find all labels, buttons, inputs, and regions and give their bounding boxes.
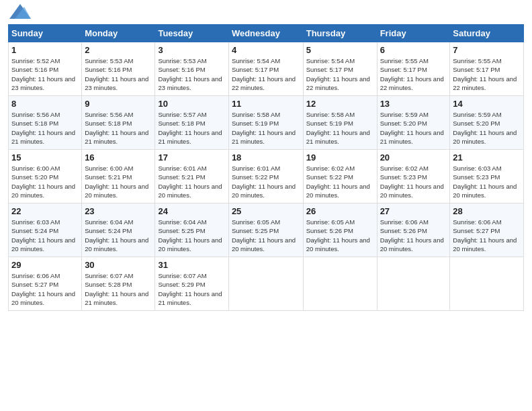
- calendar-day-cell: 19Sunrise: 6:02 AM Sunset: 5:22 PM Dayli…: [303, 150, 377, 203]
- calendar-day-cell: 3Sunrise: 5:53 AM Sunset: 5:16 PM Daylig…: [155, 42, 228, 96]
- day-info: Sunrise: 5:59 AM Sunset: 5:20 PM Dayligh…: [380, 110, 447, 146]
- day-info: Sunrise: 6:06 AM Sunset: 5:26 PM Dayligh…: [380, 218, 447, 253]
- day-number: 16: [85, 152, 152, 163]
- header: [8, 7, 524, 19]
- day-number: 4: [232, 45, 300, 55]
- day-info: Sunrise: 5:58 AM Sunset: 5:19 PM Dayligh…: [306, 110, 374, 146]
- calendar-day-cell: 29Sunrise: 6:06 AM Sunset: 5:27 PM Dayli…: [9, 257, 82, 311]
- empty-cell: [377, 257, 450, 311]
- empty-cell: [303, 257, 377, 311]
- calendar-day-cell: 6Sunrise: 5:55 AM Sunset: 5:17 PM Daylig…: [377, 42, 450, 96]
- weekday-header-sunday: Sunday: [9, 25, 82, 42]
- calendar-day-cell: 1Sunrise: 5:52 AM Sunset: 5:16 PM Daylig…: [9, 42, 82, 96]
- calendar-day-cell: 16Sunrise: 6:00 AM Sunset: 5:21 PM Dayli…: [82, 150, 155, 203]
- weekday-header-wednesday: Wednesday: [228, 25, 303, 42]
- day-number: 14: [453, 99, 521, 109]
- calendar-day-cell: 11Sunrise: 5:58 AM Sunset: 5:19 PM Dayli…: [228, 96, 303, 150]
- day-number: 11: [232, 99, 300, 109]
- day-number: 1: [11, 45, 79, 55]
- calendar-day-cell: 23Sunrise: 6:04 AM Sunset: 5:24 PM Dayli…: [82, 203, 155, 257]
- day-number: 19: [306, 152, 374, 163]
- day-info: Sunrise: 6:06 AM Sunset: 5:27 PM Dayligh…: [11, 271, 79, 307]
- day-info: Sunrise: 5:56 AM Sunset: 5:18 PM Dayligh…: [11, 110, 79, 146]
- day-info: Sunrise: 5:58 AM Sunset: 5:19 PM Dayligh…: [232, 110, 300, 146]
- day-number: 12: [306, 99, 374, 109]
- day-info: Sunrise: 5:53 AM Sunset: 5:16 PM Dayligh…: [85, 56, 152, 92]
- weekday-header-saturday: Saturday: [450, 25, 524, 42]
- calendar-day-cell: 15Sunrise: 6:00 AM Sunset: 5:20 PM Dayli…: [9, 150, 82, 203]
- calendar-day-cell: 28Sunrise: 6:06 AM Sunset: 5:27 PM Dayli…: [450, 203, 524, 257]
- day-info: Sunrise: 6:01 AM Sunset: 5:22 PM Dayligh…: [232, 164, 300, 199]
- day-info: Sunrise: 5:53 AM Sunset: 5:16 PM Dayligh…: [158, 56, 225, 92]
- calendar-week-row: 1Sunrise: 5:52 AM Sunset: 5:16 PM Daylig…: [9, 42, 524, 96]
- day-number: 3: [158, 45, 225, 55]
- day-info: Sunrise: 6:05 AM Sunset: 5:25 PM Dayligh…: [232, 218, 300, 253]
- day-info: Sunrise: 5:54 AM Sunset: 5:17 PM Dayligh…: [232, 56, 300, 92]
- day-number: 27: [380, 206, 447, 216]
- calendar-day-cell: 4Sunrise: 5:54 AM Sunset: 5:17 PM Daylig…: [228, 42, 303, 96]
- calendar-day-cell: 18Sunrise: 6:01 AM Sunset: 5:22 PM Dayli…: [228, 150, 303, 203]
- day-info: Sunrise: 6:00 AM Sunset: 5:20 PM Dayligh…: [11, 164, 79, 199]
- day-number: 18: [232, 152, 300, 163]
- weekday-header-tuesday: Tuesday: [155, 25, 228, 42]
- calendar-header-row: SundayMondayTuesdayWednesdayThursdayFrid…: [9, 25, 524, 42]
- day-info: Sunrise: 6:00 AM Sunset: 5:21 PM Dayligh…: [85, 164, 152, 199]
- calendar-week-row: 29Sunrise: 6:06 AM Sunset: 5:27 PM Dayli…: [9, 257, 524, 311]
- day-info: Sunrise: 6:02 AM Sunset: 5:22 PM Dayligh…: [306, 164, 374, 199]
- calendar-day-cell: 22Sunrise: 6:03 AM Sunset: 5:24 PM Dayli…: [9, 203, 82, 257]
- day-info: Sunrise: 5:55 AM Sunset: 5:17 PM Dayligh…: [453, 56, 521, 92]
- day-number: 6: [380, 45, 447, 55]
- weekday-header-friday: Friday: [377, 25, 450, 42]
- day-number: 25: [232, 206, 300, 216]
- day-number: 31: [158, 260, 225, 270]
- day-info: Sunrise: 6:04 AM Sunset: 5:24 PM Dayligh…: [85, 218, 152, 253]
- day-info: Sunrise: 6:05 AM Sunset: 5:26 PM Dayligh…: [306, 218, 374, 253]
- calendar-day-cell: 27Sunrise: 6:06 AM Sunset: 5:26 PM Dayli…: [377, 203, 450, 257]
- day-number: 22: [11, 206, 79, 216]
- empty-cell: [228, 257, 303, 311]
- calendar-week-row: 15Sunrise: 6:00 AM Sunset: 5:20 PM Dayli…: [9, 150, 524, 203]
- calendar-day-cell: 31Sunrise: 6:07 AM Sunset: 5:29 PM Dayli…: [155, 257, 228, 311]
- calendar-day-cell: 9Sunrise: 5:56 AM Sunset: 5:18 PM Daylig…: [82, 96, 155, 150]
- calendar-day-cell: 5Sunrise: 5:54 AM Sunset: 5:17 PM Daylig…: [303, 42, 377, 96]
- day-info: Sunrise: 5:52 AM Sunset: 5:16 PM Dayligh…: [11, 56, 79, 92]
- day-number: 23: [85, 206, 152, 216]
- day-info: Sunrise: 6:04 AM Sunset: 5:25 PM Dayligh…: [158, 218, 225, 253]
- day-number: 9: [85, 99, 152, 109]
- calendar-week-row: 22Sunrise: 6:03 AM Sunset: 5:24 PM Dayli…: [9, 203, 524, 257]
- calendar-day-cell: 30Sunrise: 6:07 AM Sunset: 5:28 PM Dayli…: [82, 257, 155, 311]
- day-number: 28: [453, 206, 521, 216]
- day-number: 17: [158, 152, 225, 163]
- calendar-day-cell: 13Sunrise: 5:59 AM Sunset: 5:20 PM Dayli…: [377, 96, 450, 150]
- day-number: 10: [158, 99, 225, 109]
- calendar-table: SundayMondayTuesdayWednesdayThursdayFrid…: [8, 24, 524, 311]
- calendar-week-row: 8Sunrise: 5:56 AM Sunset: 5:18 PM Daylig…: [9, 96, 524, 150]
- page-container: SundayMondayTuesdayWednesdayThursdayFrid…: [0, 0, 532, 318]
- calendar-day-cell: 24Sunrise: 6:04 AM Sunset: 5:25 PM Dayli…: [155, 203, 228, 257]
- day-number: 5: [306, 45, 374, 55]
- day-number: 24: [158, 206, 225, 216]
- day-info: Sunrise: 6:06 AM Sunset: 5:27 PM Dayligh…: [453, 218, 521, 253]
- day-number: 2: [85, 45, 152, 55]
- day-number: 29: [11, 260, 79, 270]
- calendar-day-cell: 26Sunrise: 6:05 AM Sunset: 5:26 PM Dayli…: [303, 203, 377, 257]
- calendar-day-cell: 25Sunrise: 6:05 AM Sunset: 5:25 PM Dayli…: [228, 203, 303, 257]
- calendar-day-cell: 12Sunrise: 5:58 AM Sunset: 5:19 PM Dayli…: [303, 96, 377, 150]
- day-number: 20: [380, 152, 447, 163]
- day-number: 8: [11, 99, 79, 109]
- day-info: Sunrise: 6:03 AM Sunset: 5:24 PM Dayligh…: [11, 218, 79, 253]
- calendar-day-cell: 8Sunrise: 5:56 AM Sunset: 5:18 PM Daylig…: [9, 96, 82, 150]
- empty-cell: [450, 257, 524, 311]
- calendar-day-cell: 7Sunrise: 5:55 AM Sunset: 5:17 PM Daylig…: [450, 42, 524, 96]
- calendar-day-cell: 2Sunrise: 5:53 AM Sunset: 5:16 PM Daylig…: [82, 42, 155, 96]
- logo-icon: [9, 4, 31, 19]
- calendar-body: 1Sunrise: 5:52 AM Sunset: 5:16 PM Daylig…: [9, 42, 524, 311]
- day-info: Sunrise: 6:03 AM Sunset: 5:23 PM Dayligh…: [453, 164, 521, 199]
- day-number: 26: [306, 206, 374, 216]
- day-number: 21: [453, 152, 521, 163]
- calendar-day-cell: 21Sunrise: 6:03 AM Sunset: 5:23 PM Dayli…: [450, 150, 524, 203]
- weekday-header-thursday: Thursday: [303, 25, 377, 42]
- day-number: 30: [85, 260, 152, 270]
- day-info: Sunrise: 5:57 AM Sunset: 5:18 PM Dayligh…: [158, 110, 225, 146]
- day-number: 15: [11, 152, 79, 163]
